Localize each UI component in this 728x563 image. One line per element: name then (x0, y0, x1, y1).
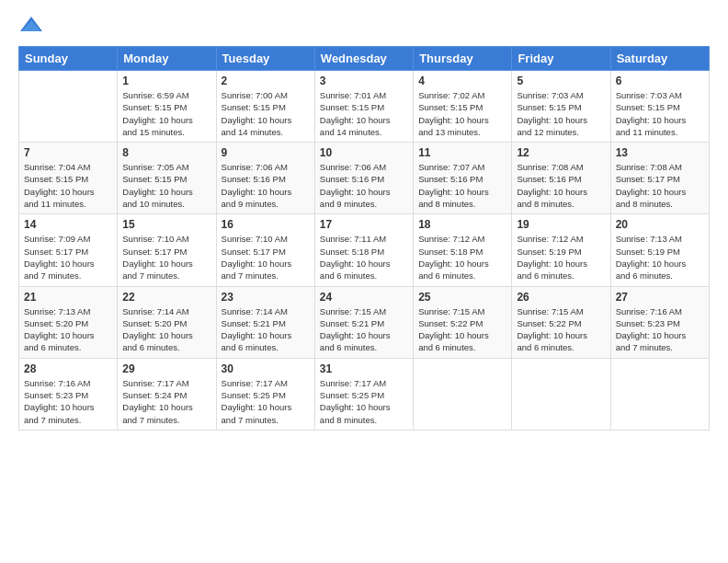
day-info: Sunrise: 7:14 AMSunset: 5:20 PMDaylight:… (122, 305, 210, 354)
day-number: 17 (320, 218, 408, 231)
day-info: Sunrise: 7:03 AMSunset: 5:15 PMDaylight:… (517, 89, 605, 138)
day-info: Sunrise: 6:59 AMSunset: 5:15 PMDaylight:… (122, 89, 210, 138)
calendar-cell: 16Sunrise: 7:10 AMSunset: 5:17 PMDayligh… (216, 214, 314, 286)
day-info: Sunrise: 7:02 AMSunset: 5:15 PMDaylight:… (418, 89, 506, 138)
calendar-cell: 20Sunrise: 7:13 AMSunset: 5:19 PMDayligh… (610, 214, 709, 286)
day-info: Sunrise: 7:11 AMSunset: 5:18 PMDaylight:… (320, 233, 408, 282)
day-number: 20 (616, 218, 704, 231)
day-number: 2 (222, 75, 310, 87)
day-info: Sunrise: 7:15 AMSunset: 5:22 PMDaylight:… (517, 305, 605, 354)
day-number: 6 (616, 75, 704, 87)
calendar-cell (19, 71, 118, 143)
day-number: 4 (418, 75, 506, 87)
calendar-cell: 1Sunrise: 6:59 AMSunset: 5:15 PMDaylight… (118, 71, 216, 143)
calendar-cell: 13Sunrise: 7:08 AMSunset: 5:17 PMDayligh… (610, 143, 709, 214)
day-number: 16 (222, 218, 310, 231)
day-number: 8 (122, 146, 210, 159)
weekday-header: Thursday (414, 47, 512, 71)
day-number: 3 (320, 75, 408, 87)
weekday-header: Saturday (610, 47, 709, 71)
day-number: 25 (418, 291, 506, 304)
day-info: Sunrise: 7:07 AMSunset: 5:16 PMDaylight:… (418, 161, 506, 210)
calendar-cell: 5Sunrise: 7:03 AMSunset: 5:15 PMDaylight… (512, 71, 610, 143)
calendar-cell: 19Sunrise: 7:12 AMSunset: 5:19 PMDayligh… (512, 214, 610, 286)
calendar-cell: 31Sunrise: 7:17 AMSunset: 5:25 PMDayligh… (314, 358, 413, 430)
calendar-cell: 14Sunrise: 7:09 AMSunset: 5:17 PMDayligh… (19, 214, 118, 286)
day-info: Sunrise: 7:05 AMSunset: 5:15 PMDaylight:… (122, 161, 210, 210)
day-info: Sunrise: 7:12 AMSunset: 5:19 PMDaylight:… (517, 233, 605, 282)
calendar-cell: 28Sunrise: 7:16 AMSunset: 5:23 PMDayligh… (19, 358, 118, 430)
calendar-cell (610, 358, 709, 430)
day-number: 26 (517, 291, 605, 304)
day-info: Sunrise: 7:08 AMSunset: 5:16 PMDaylight:… (517, 161, 605, 210)
day-info: Sunrise: 7:17 AMSunset: 5:24 PMDaylight:… (122, 377, 210, 426)
weekday-header: Monday (118, 47, 216, 71)
calendar-cell: 24Sunrise: 7:15 AMSunset: 5:21 PMDayligh… (314, 286, 413, 358)
day-info: Sunrise: 7:08 AMSunset: 5:17 PMDaylight:… (616, 161, 704, 210)
page: SundayMondayTuesdayWednesdayThursdayFrid… (0, 0, 728, 563)
day-number: 31 (320, 362, 408, 375)
day-info: Sunrise: 7:12 AMSunset: 5:18 PMDaylight:… (418, 233, 506, 282)
day-info: Sunrise: 7:06 AMSunset: 5:16 PMDaylight:… (222, 161, 310, 210)
calendar-cell: 4Sunrise: 7:02 AMSunset: 5:15 PMDaylight… (414, 71, 512, 143)
calendar-cell: 27Sunrise: 7:16 AMSunset: 5:23 PMDayligh… (610, 286, 709, 358)
calendar-cell: 22Sunrise: 7:14 AMSunset: 5:20 PMDayligh… (118, 286, 216, 358)
day-info: Sunrise: 7:13 AMSunset: 5:20 PMDaylight:… (24, 305, 112, 354)
day-number: 29 (122, 362, 210, 375)
day-info: Sunrise: 7:03 AMSunset: 5:15 PMDaylight:… (616, 89, 704, 138)
calendar-cell: 25Sunrise: 7:15 AMSunset: 5:22 PMDayligh… (414, 286, 512, 358)
day-info: Sunrise: 7:14 AMSunset: 5:21 PMDaylight:… (222, 305, 310, 354)
day-info: Sunrise: 7:06 AMSunset: 5:16 PMDaylight:… (320, 161, 408, 210)
day-info: Sunrise: 7:10 AMSunset: 5:17 PMDaylight:… (122, 233, 210, 282)
calendar-cell (414, 358, 512, 430)
day-info: Sunrise: 7:15 AMSunset: 5:21 PMDaylight:… (320, 305, 408, 354)
day-number: 10 (320, 146, 408, 159)
day-number: 15 (122, 218, 210, 231)
calendar-cell: 30Sunrise: 7:17 AMSunset: 5:25 PMDayligh… (216, 358, 314, 430)
day-info: Sunrise: 7:16 AMSunset: 5:23 PMDaylight:… (24, 377, 112, 426)
calendar-cell: 18Sunrise: 7:12 AMSunset: 5:18 PMDayligh… (414, 214, 512, 286)
header (18, 15, 710, 35)
day-info: Sunrise: 7:15 AMSunset: 5:22 PMDaylight:… (418, 305, 506, 354)
day-info: Sunrise: 7:16 AMSunset: 5:23 PMDaylight:… (616, 305, 704, 354)
calendar-cell: 26Sunrise: 7:15 AMSunset: 5:22 PMDayligh… (512, 286, 610, 358)
calendar-cell: 11Sunrise: 7:07 AMSunset: 5:16 PMDayligh… (414, 143, 512, 214)
calendar-cell: 17Sunrise: 7:11 AMSunset: 5:18 PMDayligh… (314, 214, 413, 286)
weekday-header: Tuesday (216, 47, 314, 71)
day-number: 23 (222, 291, 310, 304)
day-info: Sunrise: 7:01 AMSunset: 5:15 PMDaylight:… (320, 89, 408, 138)
calendar-table: SundayMondayTuesdayWednesdayThursdayFrid… (18, 46, 710, 431)
day-info: Sunrise: 7:00 AMSunset: 5:15 PMDaylight:… (222, 89, 310, 138)
calendar-cell: 10Sunrise: 7:06 AMSunset: 5:16 PMDayligh… (314, 143, 413, 214)
day-number: 27 (616, 291, 704, 304)
day-info: Sunrise: 7:17 AMSunset: 5:25 PMDaylight:… (320, 377, 408, 426)
calendar-cell: 21Sunrise: 7:13 AMSunset: 5:20 PMDayligh… (19, 286, 118, 358)
calendar-cell: 15Sunrise: 7:10 AMSunset: 5:17 PMDayligh… (118, 214, 216, 286)
day-info: Sunrise: 7:13 AMSunset: 5:19 PMDaylight:… (616, 233, 704, 282)
day-number: 19 (517, 218, 605, 231)
calendar-cell: 7Sunrise: 7:04 AMSunset: 5:15 PMDaylight… (19, 143, 118, 214)
day-number: 11 (418, 146, 506, 159)
day-number: 7 (24, 146, 112, 159)
logo (18, 15, 48, 35)
calendar-cell: 12Sunrise: 7:08 AMSunset: 5:16 PMDayligh… (512, 143, 610, 214)
day-number: 30 (222, 362, 310, 375)
calendar-cell: 2Sunrise: 7:00 AMSunset: 5:15 PMDaylight… (216, 71, 314, 143)
day-number: 14 (24, 218, 112, 231)
day-info: Sunrise: 7:04 AMSunset: 5:15 PMDaylight:… (24, 161, 112, 210)
day-number: 21 (24, 291, 112, 304)
day-info: Sunrise: 7:09 AMSunset: 5:17 PMDaylight:… (24, 233, 112, 282)
calendar-cell: 29Sunrise: 7:17 AMSunset: 5:24 PMDayligh… (118, 358, 216, 430)
calendar-cell: 8Sunrise: 7:05 AMSunset: 5:15 PMDaylight… (118, 143, 216, 214)
day-number: 28 (24, 362, 112, 375)
calendar-cell: 23Sunrise: 7:14 AMSunset: 5:21 PMDayligh… (216, 286, 314, 358)
day-number: 22 (122, 291, 210, 304)
weekday-header: Friday (512, 47, 610, 71)
calendar-cell: 6Sunrise: 7:03 AMSunset: 5:15 PMDaylight… (610, 71, 709, 143)
calendar-cell: 9Sunrise: 7:06 AMSunset: 5:16 PMDaylight… (216, 143, 314, 214)
day-number: 9 (222, 146, 310, 159)
calendar-cell (512, 358, 610, 430)
day-info: Sunrise: 7:10 AMSunset: 5:17 PMDaylight:… (222, 233, 310, 282)
logo-icon (18, 15, 44, 35)
weekday-header: Wednesday (314, 47, 413, 71)
